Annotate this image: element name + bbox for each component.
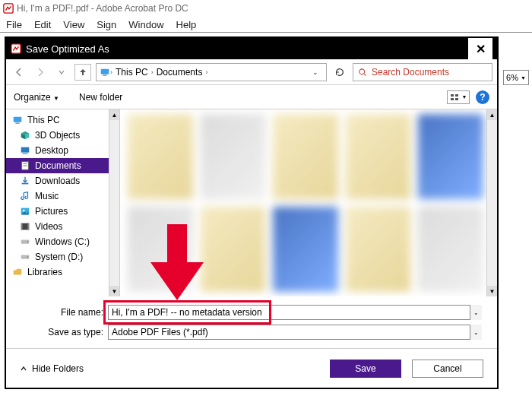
tree-item-system-d[interactable]: System (D:) xyxy=(6,249,119,265)
tree-item-label: Music xyxy=(35,191,59,201)
tree-item-documents[interactable]: Documents xyxy=(6,158,119,173)
tree-item-label: This PC xyxy=(27,115,60,125)
file-list[interactable]: ▲ ▼ xyxy=(120,109,497,296)
scrollbar[interactable]: ▲▼ xyxy=(109,109,119,296)
menu-file[interactable]: File xyxy=(6,19,22,30)
list-view-icon xyxy=(450,93,461,101)
scrollbar[interactable]: ▲ ▼ xyxy=(486,109,497,296)
organize-button[interactable]: Organize ▼ xyxy=(14,92,59,103)
menu-window[interactable]: Window xyxy=(128,19,163,30)
divider xyxy=(0,32,532,33)
nav-back-icon[interactable] xyxy=(11,64,27,81)
folder-icon xyxy=(12,267,23,277)
monitor-icon xyxy=(12,115,23,125)
filename-input[interactable] xyxy=(108,305,482,320)
close-button[interactable]: ✕ xyxy=(468,38,492,59)
dialog-footer: Hide Folders Save Cancel xyxy=(6,348,497,388)
svg-rect-12 xyxy=(21,147,30,153)
tree-item-label: 3D Objects xyxy=(35,130,80,141)
view-mode-button[interactable]: ▼ xyxy=(447,90,470,104)
nav-forward-icon[interactable] xyxy=(32,64,49,81)
breadcrumb[interactable]: › This PC › Documents › ⌄ xyxy=(96,63,327,81)
save-button[interactable]: Save xyxy=(330,360,401,378)
search-input[interactable]: Search Documents xyxy=(353,63,492,81)
tree-item-label: Desktop xyxy=(35,145,68,156)
svg-rect-3 xyxy=(103,74,106,75)
svg-rect-13 xyxy=(23,154,28,154)
tree-item-downloads[interactable]: Downloads xyxy=(6,173,119,188)
app-titlebar: Hi, I'm a PDF!.pdf - Adobe Acrobat Pro D… xyxy=(0,0,532,17)
chevron-up-icon xyxy=(20,365,27,372)
download-icon xyxy=(20,176,30,186)
refresh-button[interactable] xyxy=(331,64,348,81)
tree-item-windows-c[interactable]: Windows (C:) xyxy=(6,234,119,249)
dialog-titlebar: Save Optimized As ✕ xyxy=(6,38,497,59)
savetype-dropdown-icon[interactable]: ⌄ xyxy=(470,325,482,340)
menu-help[interactable]: Help xyxy=(176,19,197,30)
svg-rect-22 xyxy=(28,223,30,230)
svg-rect-9 xyxy=(455,98,458,100)
cancel-button[interactable]: Cancel xyxy=(412,360,483,378)
scroll-down-icon[interactable]: ▼ xyxy=(487,286,497,296)
svg-rect-10 xyxy=(14,117,22,122)
chevron-right-icon: › xyxy=(205,68,207,76)
dialog-title: Save Optimized As xyxy=(26,43,109,55)
hide-folders-button[interactable]: Hide Folders xyxy=(20,363,84,374)
tree-item-libraries[interactable]: Libraries xyxy=(6,265,119,280)
fields: File name: ⌄ Save as type: ⌄ xyxy=(6,296,497,342)
app-title: Hi, I'm a PDF!.pdf - Adobe Acrobat Pro D… xyxy=(17,3,188,14)
savetype-label: Save as type: xyxy=(29,327,103,337)
app-menubar: File Edit View Sign Window Help xyxy=(0,17,532,32)
crumb-this-pc[interactable]: This PC xyxy=(112,67,151,78)
svg-point-24 xyxy=(27,241,29,242)
scroll-up-icon[interactable]: ▲ xyxy=(109,109,119,120)
zoom-level[interactable]: 6% ▼ xyxy=(503,70,529,85)
svg-rect-17 xyxy=(22,183,29,185)
svg-point-4 xyxy=(359,68,365,74)
blurred-thumbnails xyxy=(128,114,483,292)
tree-item-label: Libraries xyxy=(27,267,62,277)
svg-rect-8 xyxy=(455,94,458,97)
tree-item-label: Pictures xyxy=(35,206,68,217)
nav-recent-dropdown-icon[interactable] xyxy=(53,64,70,81)
tree-item-label: Documents xyxy=(35,160,81,171)
tree-item-label: Windows (C:) xyxy=(35,236,90,247)
scroll-down-icon[interactable]: ▼ xyxy=(109,286,119,296)
tree-item-pictures[interactable]: Pictures xyxy=(6,204,119,219)
new-folder-button[interactable]: New folder xyxy=(79,92,122,103)
svg-rect-11 xyxy=(15,123,19,124)
picture-icon xyxy=(20,206,30,217)
save-dialog: Save Optimized As ✕ › This PC › Document… xyxy=(5,36,499,389)
svg-rect-21 xyxy=(21,223,23,230)
chevron-down-icon[interactable]: ⌄ xyxy=(312,68,318,76)
svg-rect-7 xyxy=(451,98,454,100)
nav-up-button[interactable] xyxy=(74,64,91,81)
menu-edit[interactable]: Edit xyxy=(34,19,51,30)
tree-item-this-pc[interactable]: This PC xyxy=(6,112,119,128)
search-icon xyxy=(358,68,367,77)
savetype-select[interactable] xyxy=(108,325,482,340)
svg-rect-6 xyxy=(451,94,454,97)
menu-view[interactable]: View xyxy=(63,19,84,30)
svg-rect-2 xyxy=(101,68,109,74)
filename-label: File name: xyxy=(29,307,103,318)
desktop-icon xyxy=(20,145,30,156)
tree-item-3d-objects[interactable]: 3D Objects xyxy=(6,128,119,143)
tree-item-label: System (D:) xyxy=(35,252,83,262)
doc-icon xyxy=(20,160,30,171)
help-button[interactable]: ? xyxy=(476,90,489,104)
pdf-icon xyxy=(3,3,14,14)
tree-item-videos[interactable]: Videos xyxy=(6,219,119,234)
body: This PC3D ObjectsDesktopDocumentsDownloa… xyxy=(6,109,497,296)
nav-row: › This PC › Documents › ⌄ Search Documen… xyxy=(6,59,497,85)
tree-item-desktop[interactable]: Desktop xyxy=(6,143,119,158)
filename-dropdown-icon[interactable]: ⌄ xyxy=(470,305,482,320)
crumb-documents[interactable]: Documents xyxy=(154,67,206,78)
menu-sign[interactable]: Sign xyxy=(97,19,116,30)
music-icon xyxy=(20,191,30,201)
scroll-up-icon[interactable]: ▲ xyxy=(487,109,497,120)
drive-icon xyxy=(20,252,30,262)
svg-line-5 xyxy=(364,73,366,75)
svg-point-26 xyxy=(27,256,29,258)
tree-item-music[interactable]: Music xyxy=(6,188,119,204)
